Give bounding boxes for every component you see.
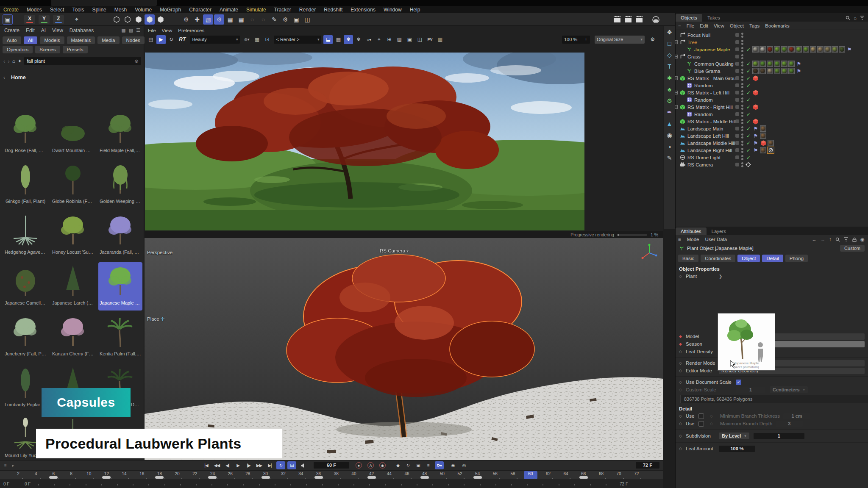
camera-active-icon[interactable] (746, 162, 751, 167)
record-parameter-icon[interactable]: ≡ (424, 461, 433, 469)
wrench-icon[interactable]: ✚ (192, 14, 202, 25)
disabled-icon[interactable]: ○ (247, 14, 257, 25)
object-row-landscape-main[interactable]: Landscape Main✓⚑ (676, 125, 868, 132)
disabled-icon-2[interactable]: ○ (258, 14, 268, 25)
pencil-icon[interactable]: ✎ (269, 14, 279, 25)
om-menu-file[interactable]: File (687, 23, 695, 28)
tile-grid-icon[interactable]: ▦ (334, 35, 343, 44)
layer-chip[interactable] (735, 33, 739, 37)
ab-menu-create[interactable]: Create (4, 28, 19, 33)
attr-tab-object[interactable]: Object (737, 255, 760, 262)
material-swatch[interactable] (817, 46, 823, 53)
annotation-flag-icon[interactable]: ⚑ (796, 68, 802, 74)
enabled-check-icon[interactable]: ✓ (746, 61, 751, 67)
annotation-flag-icon[interactable]: ⚑ (752, 147, 759, 153)
region-dropdown[interactable]: < Render >▾ (274, 36, 321, 44)
visibility-dots[interactable] (741, 133, 743, 139)
expander-icon[interactable]: − (675, 40, 678, 44)
enabled-check-icon[interactable]: ✓ (746, 68, 751, 74)
plant-asset-lombardy-poplar-fall[interactable]: Lombardy Poplar (Fall... (3, 364, 47, 412)
lock-icon[interactable] (852, 237, 857, 242)
attr-tab-detail[interactable]: Detail (762, 255, 783, 262)
menu-redshift[interactable]: Redshift (324, 7, 342, 13)
spline-pen-icon[interactable]: ✒ (667, 109, 672, 115)
ab-menu-ai[interactable]: AI (41, 28, 46, 33)
plant-asset-field-maple-fall-plant[interactable]: Field Maple (Fall, Plant) (98, 110, 142, 158)
forward-icon[interactable]: → (821, 237, 826, 242)
home-icon[interactable]: ⌂ (854, 15, 857, 20)
menu-help[interactable]: Help (410, 7, 420, 13)
snapshot-icon[interactable]: ❄ (344, 35, 353, 44)
render-settings-gear-icon[interactable]: ⚙ (648, 35, 657, 44)
menu-modes[interactable]: Modes (27, 7, 42, 13)
object-row-rs-matrix-main-ground[interactable]: −RS Matrix - Main Ground✓ (676, 75, 868, 82)
material-swatch[interactable] (760, 125, 766, 132)
menu-window[interactable]: Window (384, 7, 402, 13)
redshift-tag-icon[interactable] (752, 104, 759, 110)
filter-chip-models[interactable]: Models (40, 36, 64, 44)
home-icon[interactable]: ⌂ (12, 58, 15, 64)
keyframe-dot[interactable]: ◇ (679, 361, 686, 365)
object-row-landscape-right-hill[interactable]: Landscape Right Hill✓⚑ (676, 147, 868, 154)
refresh-icon[interactable]: ↻ (167, 35, 176, 44)
play-render-icon[interactable]: ▶ (156, 35, 166, 44)
keyframe-dot[interactable]: ◇ (679, 446, 686, 451)
plant-asset-globe-robinia-fall-pl[interactable]: Globe Robinia (Fall, Pl... (51, 161, 95, 209)
object-row-rs-camera[interactable]: RS Camera (676, 161, 868, 168)
focus-icon[interactable]: ⌖ (374, 35, 384, 44)
cycle-icon[interactable]: ◎ (459, 461, 468, 469)
render-tool-icon[interactable]: ◑ (668, 144, 671, 150)
object-row-rs-matrix-left-hill[interactable]: −RS Matrix - Left Hill✓ (676, 89, 868, 96)
annotation-flag-icon[interactable]: ⚑ (752, 126, 759, 132)
crop-icon[interactable]: ⊡ (262, 35, 272, 44)
text-icon[interactable]: T (668, 64, 671, 69)
camera-tool-icon[interactable]: ◉ (667, 132, 672, 138)
forward-arrow-icon[interactable]: › (8, 58, 9, 64)
visibility-dots[interactable] (741, 119, 743, 124)
layer-chip[interactable] (735, 119, 739, 123)
cluster-icon[interactable]: ♣ (668, 86, 671, 92)
visibility-dots[interactable] (741, 141, 743, 146)
enabled-check-icon[interactable]: ✓ (746, 126, 751, 132)
plane-icon[interactable]: □ (668, 41, 671, 47)
material-swatch[interactable] (788, 68, 795, 74)
hamburger-icon[interactable]: ≡ (678, 23, 681, 28)
material-swatch[interactable] (760, 68, 766, 74)
pencil-tool-icon[interactable]: ✎ (667, 155, 672, 161)
layout-icon[interactable]: ◫ (302, 14, 312, 25)
keying-selection-icon[interactable] (435, 461, 444, 469)
menu-select[interactable]: Select (50, 7, 64, 13)
material-swatch[interactable] (752, 68, 759, 74)
material-swatch[interactable] (760, 61, 766, 67)
enabled-check-icon[interactable]: ✓ (746, 119, 751, 125)
material-swatch[interactable] (781, 61, 787, 67)
pixel-grid-icon[interactable]: ▦ (252, 35, 262, 44)
redshift-tag-icon[interactable] (760, 140, 767, 146)
filter-chip-auto[interactable]: Auto (3, 36, 21, 44)
region-select-icon[interactable]: ⊞ (384, 35, 394, 44)
visibility-dots[interactable] (741, 47, 743, 52)
axis-mode-3-icon[interactable] (134, 14, 144, 25)
back-arrow-icon[interactable]: ‹ (3, 58, 5, 64)
layer-chip[interactable] (735, 112, 739, 116)
history-icon[interactable]: ◉ (860, 236, 865, 242)
filter-icon[interactable] (860, 16, 865, 20)
plant-asset-japanese-camellia-fal[interactable]: Japanese Camellia (Fal... (3, 262, 47, 311)
solo-icon[interactable]: ◉ (448, 461, 457, 469)
compare-dropdown-icon[interactable]: ○▾ (364, 35, 373, 44)
enabled-check-icon[interactable]: ✓ (746, 104, 751, 110)
workplane-icon[interactable]: ▣ (291, 14, 301, 25)
visibility-dots[interactable] (741, 126, 743, 131)
tab-attributes[interactable]: Attributes (676, 227, 707, 235)
object-row-grass[interactable]: −Grass (676, 53, 868, 60)
filter-chip-presets[interactable]: Presets (63, 46, 88, 53)
keyframe-dot-animated[interactable]: ◆ (679, 334, 686, 338)
keyframe-dot[interactable]: ◇ (679, 369, 686, 373)
range-start-marker[interactable]: 0 F (25, 482, 31, 486)
om-menu-tags[interactable]: Tags (749, 23, 760, 28)
plant-asset-kanzan-cherry-fall-pl[interactable]: Kanzan Cherry (Fall, Pl... (51, 313, 95, 361)
layer-chip[interactable] (735, 148, 739, 152)
layer-chip[interactable] (735, 163, 739, 166)
material-swatch[interactable] (803, 46, 809, 53)
plant-asset-golden-weeping-willo[interactable]: Golden Weeping Willo... (98, 161, 142, 209)
